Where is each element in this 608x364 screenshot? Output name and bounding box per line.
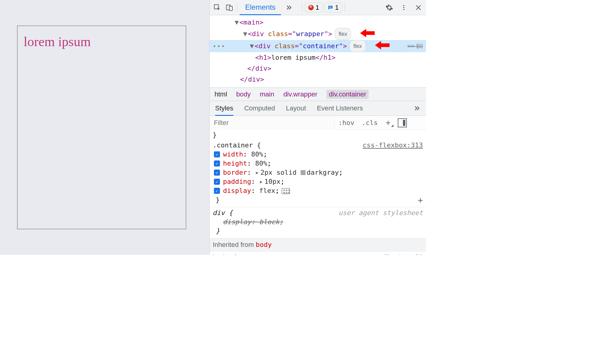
svg-rect-4 (329, 8, 331, 8)
css-decl-border[interactable]: ✓ border: ▸2px solid darkgray; (213, 168, 423, 177)
message-count-pill[interactable]: 1 (324, 3, 342, 12)
source-link[interactable]: css-flexbox:83 (367, 253, 423, 255)
styles-filter-bar: :hov .cls +◢ (210, 116, 426, 130)
error-count-pill[interactable]: 1 (305, 3, 323, 12)
selected-node-marker: == $0 (407, 41, 423, 52)
divider (302, 3, 302, 12)
styles-subtabs: Styles Computed Layout Event Listeners (210, 101, 426, 116)
error-count: 1 (316, 4, 319, 12)
css-decl-display-overridden: display: block; (213, 217, 423, 227)
css-decl-padding[interactable]: ✓ padding: ▸10px; (213, 177, 423, 186)
css-decl-display[interactable]: ✓ display: flex; (213, 186, 423, 195)
style-rule-container[interactable]: css-flexbox:313 .container { ✓ width: 80… (210, 140, 426, 207)
flex-badge[interactable]: flex (350, 40, 366, 52)
settings-gear-icon[interactable] (384, 2, 394, 13)
dom-node-main[interactable]: ▼<main> (210, 17, 426, 28)
gutter-actions-icon[interactable]: ••• (213, 41, 225, 52)
svg-rect-3 (329, 7, 332, 7)
dom-node-h1[interactable]: <h1>lorem ipsum</h1> (210, 52, 426, 63)
source-link[interactable]: css-flexbox:313 (363, 141, 423, 150)
devtools-panel: Elements 1 1 ▼<main> (209, 0, 426, 255)
kebab-menu-icon[interactable] (399, 2, 409, 13)
page-viewport: lorem ipsum (0, 0, 209, 255)
inherited-from-element[interactable]: body (256, 241, 272, 248)
more-subtabs-chevron-icon[interactable] (413, 105, 421, 112)
tab-elements[interactable]: Elements (240, 0, 281, 15)
error-icon (308, 5, 314, 10)
dom-node-div-close[interactable]: </div> (210, 63, 426, 74)
user-agent-label: user agent stylesheet (339, 208, 423, 217)
style-rule-body-cutoff[interactable]: body { css-flexbox:83 (210, 251, 426, 255)
message-count: 1 (335, 4, 339, 12)
tab-computed[interactable]: Computed (244, 104, 275, 112)
style-rule-div-ua[interactable]: user agent stylesheet div { display: blo… (210, 207, 426, 238)
checkbox-icon[interactable]: ✓ (214, 151, 220, 157)
add-declaration-icon[interactable]: + (418, 196, 423, 205)
css-decl-width[interactable]: ✓ width: 80%; (213, 150, 423, 159)
svg-point-7 (403, 9, 404, 10)
message-icon (328, 5, 333, 10)
rule-close: } (213, 195, 423, 204)
crumb-html[interactable]: html (214, 90, 227, 98)
css-decl-height[interactable]: ✓ height: 80%; (213, 159, 423, 168)
expand-shorthand-icon[interactable]: ▸ (255, 169, 259, 176)
expand-shorthand-icon[interactable]: ▸ (259, 178, 263, 185)
elements-breadcrumb: html body main div.wrapper div.container (210, 87, 426, 101)
prev-rule-close: } (210, 130, 426, 140)
svg-point-6 (403, 7, 404, 8)
color-swatch-icon[interactable] (301, 170, 306, 175)
hov-toggle[interactable]: :hov (335, 119, 358, 126)
styles-filter-input[interactable] (210, 116, 335, 130)
crumb-body[interactable]: body (236, 90, 251, 98)
rule-close: } (213, 227, 423, 236)
dom-node-wrapper[interactable]: ▼<div class="wrapper"> flex (210, 28, 426, 40)
tab-event-listeners[interactable]: Event Listeners (317, 104, 363, 112)
caret-down-icon[interactable]: ▼ (249, 41, 255, 52)
crumb-main[interactable]: main (260, 90, 274, 98)
inherited-from-header: Inherited from body (210, 238, 426, 251)
divider (237, 3, 237, 12)
inspect-icon[interactable] (212, 2, 222, 13)
new-style-rule-icon[interactable]: +◢ (381, 118, 395, 128)
crumb-container-selected[interactable]: div.container (326, 90, 369, 99)
checkbox-icon[interactable]: ✓ (214, 179, 220, 185)
annotation-arrow-icon (375, 41, 390, 49)
close-devtools-icon[interactable] (413, 2, 424, 13)
checkbox-icon[interactable]: ✓ (214, 160, 220, 167)
elements-dom-tree[interactable]: ▼<main> ▼<div class="wrapper"> flex ••• … (210, 15, 426, 87)
annotation-arrow-icon (360, 29, 375, 37)
checkbox-icon[interactable]: ✓ (214, 170, 220, 176)
dom-node-container-selected[interactable]: ••• ▼<div class="container"> flex == $0 (210, 40, 426, 52)
heading-lorem: lorem ipsum (24, 34, 91, 226)
caret-down-icon[interactable]: ▼ (242, 29, 248, 39)
flex-badge[interactable]: flex (335, 28, 351, 40)
dom-node-div-close[interactable]: </div> (210, 74, 426, 85)
device-toggle-icon[interactable] (224, 2, 235, 13)
more-tabs-chevron-icon[interactable] (283, 4, 295, 11)
checkbox-icon[interactable]: ✓ (214, 188, 220, 194)
svg-point-5 (403, 5, 404, 6)
container-element[interactable]: lorem ipsum (17, 25, 186, 229)
tab-layout[interactable]: Layout (286, 104, 306, 112)
svg-rect-2 (229, 6, 232, 10)
styles-rules-list: } css-flexbox:313 .container { ✓ width: … (210, 130, 426, 255)
flexbox-editor-icon[interactable] (282, 188, 290, 194)
crumb-wrapper[interactable]: div.wrapper (283, 90, 317, 98)
cls-toggle[interactable]: .cls (358, 119, 381, 126)
tab-styles[interactable]: Styles (215, 101, 233, 116)
divider (345, 3, 345, 12)
caret-down-icon[interactable]: ▼ (234, 17, 239, 28)
computed-sidebar-toggle-icon[interactable] (398, 118, 407, 127)
devtools-toolbar: Elements 1 1 (210, 0, 426, 15)
